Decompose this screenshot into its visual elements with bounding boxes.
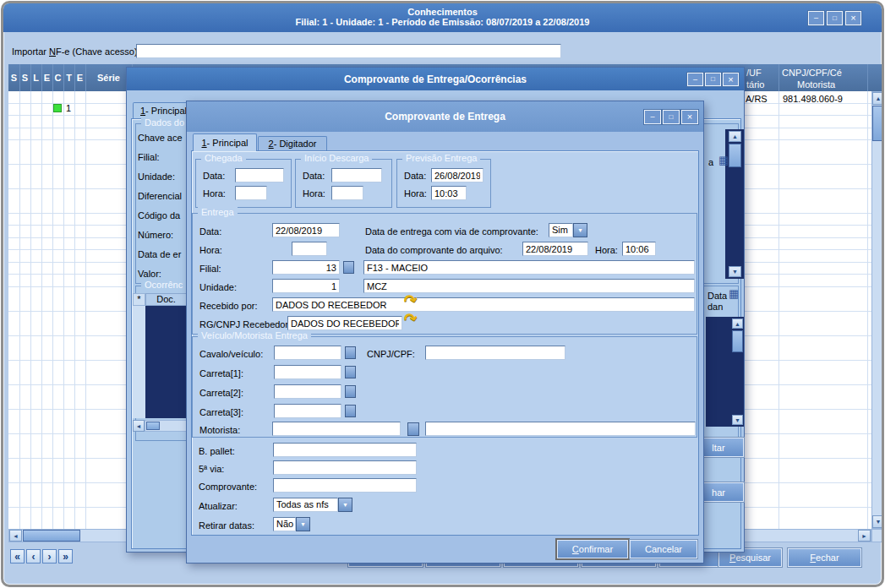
col-header-e2[interactable]: E bbox=[74, 64, 85, 91]
motorista-lookup-button[interactable] bbox=[407, 422, 419, 436]
retirar-datas-combo[interactable]: Não ▼ bbox=[273, 517, 310, 531]
nav-last-button[interactable]: » bbox=[58, 549, 73, 564]
col-header-e1[interactable]: E bbox=[41, 64, 52, 91]
chegada-hora-input[interactable] bbox=[235, 186, 267, 200]
filial-lookup-button[interactable] bbox=[343, 261, 354, 274]
scroll-right-button[interactable]: ► bbox=[858, 530, 871, 542]
cnpj-cpf-input[interactable] bbox=[425, 346, 565, 360]
scroll-down-button[interactable]: ▼ bbox=[732, 415, 743, 425]
header-divider bbox=[85, 64, 86, 91]
cavalo-lookup-button[interactable] bbox=[345, 346, 356, 359]
col-header-uf-line2[interactable]: tário bbox=[746, 79, 764, 90]
col-header-s1[interactable]: S bbox=[8, 64, 19, 91]
dialog1-titlebar[interactable]: Comprovante de Entrega/Ocorrências bbox=[127, 68, 744, 90]
scroll-up-button[interactable]: ▲ bbox=[729, 131, 741, 142]
dropdown-arrow-icon[interactable]: ▼ bbox=[296, 517, 310, 531]
motorista-cod-input[interactable] bbox=[272, 422, 401, 436]
group-previsao-entrega: Previsão Entrega Data: Hora: bbox=[396, 159, 491, 208]
tab-principal[interactable]: 1 - Principal bbox=[193, 133, 257, 151]
rg-cnpj-input[interactable] bbox=[287, 316, 402, 330]
descarga-data-input[interactable] bbox=[331, 168, 382, 182]
import-nfe-input[interactable] bbox=[136, 44, 561, 58]
grid-cell-serie[interactable]: 1 bbox=[63, 103, 74, 113]
vscroll-thumb[interactable] bbox=[732, 330, 743, 352]
curved-arrow-icon[interactable]: ↷ bbox=[402, 310, 419, 329]
nav-prev-button[interactable]: ‹ bbox=[26, 549, 41, 564]
b-pallet-input[interactable] bbox=[273, 443, 417, 457]
vscroll-thumb[interactable] bbox=[872, 106, 884, 141]
comprovante-arquivo-hora-input[interactable] bbox=[622, 242, 656, 256]
quinta-via-input[interactable] bbox=[273, 460, 417, 475]
previsao-data-input[interactable] bbox=[431, 168, 483, 182]
grid-icon[interactable]: ▦ bbox=[718, 155, 729, 166]
filial-nome-input[interactable] bbox=[363, 260, 695, 275]
recebido-por-input[interactable] bbox=[272, 297, 695, 312]
unidade-cod-input[interactable] bbox=[272, 279, 340, 293]
maximize-button[interactable]: □ bbox=[827, 11, 843, 25]
dialog2-close-button[interactable]: × bbox=[681, 110, 698, 124]
col-header-l[interactable]: L bbox=[30, 64, 41, 91]
scroll-down-button[interactable]: ▼ bbox=[729, 266, 741, 277]
dialog1-maximize-button[interactable]: □ bbox=[705, 73, 721, 86]
carreta3-input[interactable] bbox=[274, 404, 341, 418]
grid-cell-uf[interactable]: A/RS bbox=[746, 94, 768, 104]
minimize-button[interactable]: – bbox=[808, 11, 824, 25]
col-header-c[interactable]: C bbox=[52, 64, 63, 91]
scroll-left-button[interactable]: ◄ bbox=[9, 530, 22, 542]
dialog1-close-button[interactable]: × bbox=[723, 73, 739, 86]
dialog2-maximize-button[interactable]: □ bbox=[663, 110, 680, 124]
entrega-via-combo[interactable]: Sim ▼ bbox=[549, 223, 587, 237]
carreta3-lookup-button[interactable] bbox=[345, 405, 356, 417]
ocorrencias-hscrollbar[interactable] bbox=[145, 420, 187, 432]
nav-first-button[interactable]: « bbox=[10, 549, 25, 564]
atualizar-combo[interactable]: Todas as nfs ▼ bbox=[273, 498, 352, 512]
dialog2-titlebar[interactable]: Comprovante de Entrega bbox=[187, 101, 703, 132]
grid-vscrollbar[interactable]: ▲ ▼ bbox=[871, 91, 884, 529]
ocorrencias-doc-header[interactable]: Doc. bbox=[145, 293, 187, 306]
comprovante-input[interactable] bbox=[273, 478, 417, 493]
vscroll-thumb[interactable] bbox=[729, 144, 741, 167]
gridline bbox=[19, 91, 20, 529]
grid-icon[interactable]: ▦ bbox=[729, 288, 739, 299]
carreta2-lookup-button[interactable] bbox=[345, 385, 356, 398]
nav-next-button[interactable]: › bbox=[42, 549, 57, 564]
tab-digitador[interactable]: 2 - Digitador bbox=[258, 136, 327, 150]
scroll-up-button[interactable]: ▲ bbox=[872, 92, 884, 105]
descarga-hora-input[interactable] bbox=[331, 186, 363, 200]
motorista-nome-input[interactable] bbox=[425, 422, 696, 436]
ocorrencias-scroll-left-button[interactable]: ◄ bbox=[133, 420, 145, 432]
dialog1-minimize-button[interactable]: – bbox=[687, 73, 703, 86]
col-header-uf-line1[interactable]: /UF bbox=[746, 68, 762, 78]
col-header-cnpj-line1[interactable]: CNPJ/CPF/Cé bbox=[782, 68, 842, 78]
main-titlebar[interactable]: Conhecimentos Filial: 1 - Unidade: 1 - P… bbox=[3, 3, 882, 32]
grid-cell-cnpj[interactable]: 981.498.060-9 bbox=[783, 94, 843, 104]
entrega-hora-input[interactable] bbox=[292, 242, 327, 256]
entrega-data-input[interactable] bbox=[272, 223, 340, 237]
minimize-icon: – bbox=[814, 14, 818, 22]
col-header-cnpj-line2[interactable]: Motorista bbox=[797, 79, 835, 90]
cancelar-button[interactable]: Cancelar bbox=[630, 540, 697, 558]
ocorrencias-list[interactable] bbox=[145, 306, 187, 418]
scroll-down-button[interactable]: ▼ bbox=[872, 515, 884, 528]
scroll-up-button[interactable]: ▲ bbox=[732, 318, 743, 329]
carreta2-input[interactable] bbox=[274, 384, 341, 399]
col-header-s2[interactable]: S bbox=[19, 64, 30, 91]
filial-cod-input[interactable] bbox=[272, 260, 340, 275]
cavalo-input[interactable] bbox=[274, 346, 341, 360]
dropdown-arrow-icon[interactable]: ▼ bbox=[573, 223, 587, 237]
hscroll-th umb[interactable] bbox=[146, 422, 160, 430]
close-button[interactable]: × bbox=[845, 11, 861, 25]
fechar-button[interactable]: Fechar bbox=[788, 548, 861, 567]
chegada-data-input[interactable] bbox=[235, 168, 284, 182]
dialog2-minimize-button[interactable]: – bbox=[644, 110, 661, 124]
previsao-hora-input[interactable] bbox=[431, 186, 467, 200]
hscroll-thumb[interactable] bbox=[23, 530, 80, 542]
comprovante-arquivo-data-input[interactable] bbox=[522, 242, 588, 256]
confirmar-button[interactable]: Confirmar bbox=[557, 540, 628, 558]
carreta1-lookup-button[interactable] bbox=[345, 366, 356, 378]
col-header-t[interactable]: T bbox=[63, 64, 74, 91]
col-header-serie[interactable]: Série bbox=[85, 64, 132, 91]
dropdown-arrow-icon[interactable]: ▼ bbox=[338, 498, 352, 512]
carreta1-input[interactable] bbox=[274, 365, 341, 379]
curved-arrow-icon[interactable]: ↷ bbox=[402, 291, 419, 310]
